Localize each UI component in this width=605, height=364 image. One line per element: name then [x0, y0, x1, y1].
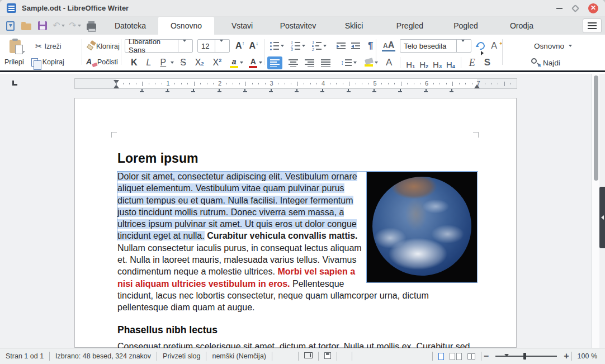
paragraph-style-status[interactable]: Privzeti slog: [157, 352, 206, 360]
font-size-combobox[interactable]: 12: [197, 39, 230, 53]
increase-indent-button[interactable]: [335, 39, 347, 53]
text-body[interactable]: Lorem ipsum Dolor sit amet, consectetur …: [117, 98, 478, 348]
strikethrough-button[interactable]: S: [176, 56, 191, 69]
paste-button[interactable]: [8, 40, 27, 53]
libreoffice-writer-window: Sample.odt - LibreOffice Writer ✕ ↶ ↷ Da…: [0, 0, 605, 364]
ruler-tick: [187, 83, 188, 84]
default-style-button[interactable]: A: [381, 56, 396, 69]
emphasis-style-button[interactable]: E: [465, 56, 480, 69]
tab-vstavi[interactable]: Vstavi: [214, 17, 270, 35]
outline-list-button[interactable]: 12: [310, 39, 328, 53]
numbered-list-button[interactable]: 123: [289, 39, 307, 53]
tab-stop-selector[interactable]: [12, 81, 17, 86]
single-page-view-button[interactable]: [438, 353, 444, 360]
zoom-level-status[interactable]: 100 %: [572, 352, 605, 360]
styleset-caret-icon: [569, 45, 572, 47]
minimize-button[interactable]: [556, 8, 563, 9]
heading4-style-button[interactable]: H4: [444, 56, 457, 69]
undo-button[interactable]: ↶: [53, 20, 64, 31]
ruler-tick: [181, 83, 182, 84]
font-color-icon: A: [249, 58, 257, 68]
vertical-scrollbar-thumb[interactable]: [594, 75, 598, 181]
align-left-button[interactable]: [267, 56, 282, 69]
book-view-button[interactable]: [467, 353, 475, 360]
new-document-button[interactable]: [4, 20, 16, 31]
save-status[interactable]: [319, 352, 337, 361]
paragraph-style-combobox[interactable]: Telo besedila: [400, 39, 471, 53]
paragraph-background-button[interactable]: [363, 56, 380, 69]
copy-button[interactable]: Kopiraj: [30, 55, 66, 69]
zoom-out-button[interactable]: −: [481, 352, 491, 361]
vertical-scrollbar[interactable]: [592, 74, 599, 348]
ruler-tick: [394, 83, 395, 84]
clone-formatting-button[interactable]: Kloniraj: [84, 40, 121, 53]
tab-stop-mark: [191, 90, 195, 92]
increase-font-size-button[interactable]: A↑: [233, 39, 247, 53]
strong-style-button[interactable]: S: [480, 56, 495, 69]
ruler-number: 2: [218, 80, 221, 87]
align-right-button[interactable]: [303, 56, 316, 69]
sidebar-toggle-handle[interactable]: [599, 187, 605, 248]
tab-orodja[interactable]: Orodja: [494, 17, 550, 35]
formatting-marks-button[interactable]: ¶: [366, 39, 375, 53]
cut-button[interactable]: ✂Izreži: [34, 40, 63, 53]
language-status[interactable]: nemški (Nemčija): [206, 352, 272, 360]
decrease-indent-button[interactable]: [349, 39, 362, 53]
clear-formatting-button[interactable]: A Počisti: [84, 55, 120, 69]
print-button[interactable]: [86, 20, 97, 31]
page[interactable]: Lorem ipsum Dolor sit amet, consectetur …: [74, 98, 517, 348]
sidebar-arrow-icon: [601, 215, 604, 220]
line-spacing-button[interactable]: ↕: [339, 56, 358, 69]
tab-pregled[interactable]: Pregled: [382, 17, 438, 35]
italic-button[interactable]: L: [142, 56, 156, 69]
toolbar-overflow-arrow[interactable]: [481, 51, 484, 55]
zoom-in-button[interactable]: +: [561, 352, 571, 361]
tab-datoteka[interactable]: Datoteka: [102, 17, 158, 35]
open-button[interactable]: [21, 20, 32, 31]
font-name-combobox[interactable]: Liberation Sans: [125, 39, 193, 53]
find-button[interactable]: a Najdi: [529, 56, 562, 69]
align-center-button[interactable]: [287, 56, 300, 69]
font-color-button[interactable]: A: [247, 56, 264, 69]
ruler-tick: [162, 83, 162, 84]
menubar-toggle-button[interactable]: [583, 18, 602, 33]
justify-button[interactable]: [319, 56, 332, 69]
multi-page-view-button[interactable]: [450, 353, 462, 360]
ruler-number: 6: [425, 80, 428, 87]
underline-button[interactable]: P: [155, 56, 176, 69]
page-count-status[interactable]: Stran 1 od 1: [0, 352, 49, 360]
heading1-style-button[interactable]: H1: [404, 56, 417, 69]
ruler-tick: [316, 83, 317, 84]
tab-sklici[interactable]: Sklici: [326, 17, 382, 35]
tab-postavitev[interactable]: Postavitev: [270, 17, 326, 35]
horizontal-ruler[interactable]: 1234567: [74, 78, 517, 89]
save-button[interactable]: [37, 20, 48, 31]
bold-button[interactable]: K: [126, 56, 142, 69]
zoom-slider[interactable]: [495, 352, 557, 360]
restore-button[interactable]: [571, 4, 579, 12]
tab-osnovno[interactable]: Osnovno: [158, 17, 214, 35]
zoom-slider-thumb[interactable]: [523, 353, 526, 360]
styleset-dropdown[interactable]: Osnovno: [532, 39, 574, 53]
heading2-style-button[interactable]: H2: [417, 56, 431, 69]
heading3-style-button[interactable]: H3: [431, 56, 444, 69]
subscript-button[interactable]: X2: [191, 56, 209, 69]
word-count-status[interactable]: Izbrano: 48 besed, 324 znakov: [50, 352, 157, 360]
ruler-tick: [194, 82, 195, 86]
highlight-color-button[interactable]: a: [228, 56, 245, 69]
superscript-button[interactable]: X2: [209, 56, 226, 69]
insert-mode-status[interactable]: [299, 352, 318, 360]
earth-image[interactable]: [366, 172, 478, 283]
paste-label[interactable]: Prilepi: [4, 58, 24, 66]
bullet-list-button[interactable]: [268, 39, 286, 53]
tab-pogled[interactable]: Pogled: [438, 17, 494, 35]
tab-stop-mark: [295, 90, 299, 92]
character-style-button[interactable]: AA: [380, 39, 397, 53]
italic-icon: L: [144, 58, 154, 68]
increase-size-icon: A↑: [235, 40, 245, 51]
strong-style-icon: S: [481, 57, 493, 68]
tab-stop-mark: [320, 90, 324, 92]
redo-button[interactable]: ↷: [69, 20, 81, 31]
decrease-font-size-button[interactable]: A↓: [247, 39, 261, 53]
close-button[interactable]: ✕: [588, 3, 598, 13]
